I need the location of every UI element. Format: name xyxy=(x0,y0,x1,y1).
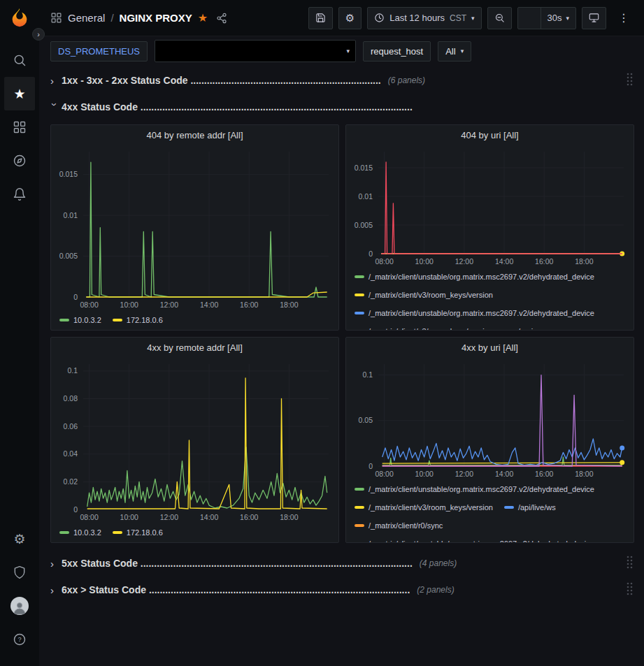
row-panel-count: (2 panels) xyxy=(417,585,454,595)
request-host-selected: All xyxy=(445,46,455,57)
svg-text:16:00: 16:00 xyxy=(535,470,553,478)
legend-swatch xyxy=(355,312,364,314)
svg-text:18:00: 18:00 xyxy=(575,470,593,478)
svg-text:0.01: 0.01 xyxy=(64,211,78,219)
refresh-button[interactable] xyxy=(518,8,541,29)
configuration-gear-icon[interactable]: ⚙ xyxy=(4,522,35,556)
starred-dashboards-icon[interactable]: ★ xyxy=(4,77,35,110)
chevron-right-icon: › xyxy=(50,584,62,596)
variable-ds-prometheus-value[interactable]: ▾ xyxy=(155,40,356,62)
svg-text:0: 0 xyxy=(368,249,373,258)
row-6xx[interactable]: › 6xx > Status Code ....................… xyxy=(50,579,634,600)
legend-item[interactable]: /_matrix/client/unstable/org.matrix.msc2… xyxy=(355,307,594,319)
legend-item[interactable]: /_matrix/client/unstable/org.matrix.msc2… xyxy=(355,537,594,542)
legend-item[interactable]: /_matrix/client/v3/room_keys/version xyxy=(355,325,493,330)
svg-text:14:00: 14:00 xyxy=(200,513,218,521)
row-1xx-3xx-2xx[interactable]: › 1xx - 3xx - 2xx Status Code ..........… xyxy=(50,70,634,91)
svg-text:12:00: 12:00 xyxy=(455,257,473,266)
panel-title[interactable]: 404 by remote addr [All] xyxy=(51,125,338,145)
kebab-icon: ⋮ xyxy=(618,13,629,24)
legend-item[interactable]: /_matrix/client/unstable/org.matrix.msc2… xyxy=(355,270,594,283)
legend-item[interactable]: /_matrix/client/v3/room_keys/version xyxy=(355,501,493,514)
favorite-star-icon[interactable]: ★ xyxy=(198,11,208,24)
row-title: 1xx - 3xx - 2xx Status Code ............… xyxy=(62,75,381,86)
tv-mode-button[interactable] xyxy=(582,7,606,29)
dashboards-icon[interactable] xyxy=(4,110,35,144)
row-drag-handle[interactable] xyxy=(626,581,634,598)
time-range-picker[interactable]: Last 12 hours CST ▾ xyxy=(367,7,481,29)
row-drag-handle[interactable] xyxy=(626,72,634,89)
legend-swatch xyxy=(355,275,364,278)
refresh-interval-dropdown[interactable]: 30s ▾ xyxy=(541,8,576,29)
top-navbar: General / NGINX PROXY ★ ⚙ Last 12 hours … xyxy=(39,0,644,36)
explore-compass-icon[interactable] xyxy=(4,144,35,178)
server-admin-shield-icon[interactable] xyxy=(4,556,35,589)
svg-text:0.015: 0.015 xyxy=(355,164,373,172)
time-range-label: Last 12 hours xyxy=(389,13,445,23)
svg-text:14:00: 14:00 xyxy=(200,301,218,309)
svg-text:08:00: 08:00 xyxy=(375,257,393,266)
legend: /_matrix/client/unstable/org.matrix.msc2… xyxy=(346,480,634,542)
row-5xx[interactable]: › 5xx Status Code ......................… xyxy=(50,553,634,574)
legend-swatch xyxy=(113,319,122,321)
chevron-down-icon: ▾ xyxy=(347,48,350,55)
chart-404-by-remote-addr[interactable]: 00.0050.010.01508:0010:0012:0014:0016:00… xyxy=(51,145,338,311)
variable-request-host-value[interactable]: All ▾ xyxy=(438,41,471,61)
legend-item[interactable]: 10.0.3.2 xyxy=(59,314,101,326)
kebab-menu-button[interactable]: ⋮ xyxy=(612,7,636,29)
avatar xyxy=(10,597,29,615)
chart-4xx-by-uri[interactable]: 00.050.108:0010:0012:0014:0016:0018:00 xyxy=(346,357,634,480)
chevron-right-icon: › xyxy=(50,558,62,570)
legend-item[interactable]: 172.18.0.6 xyxy=(113,314,163,326)
variable-request-host-label[interactable]: request_host xyxy=(363,41,431,61)
row-title: 6xx > Status Code ......................… xyxy=(62,584,410,595)
svg-text:08:00: 08:00 xyxy=(80,301,98,309)
variable-ds-prometheus-label[interactable]: DS_PROMETHEUS xyxy=(50,41,148,61)
alerting-bell-icon[interactable] xyxy=(4,178,35,211)
legend-item[interactable]: /_matrix/client/r0/sync xyxy=(355,519,443,532)
legend: 10.0.3.2172.18.0.6 xyxy=(51,311,338,330)
svg-text:0.1: 0.1 xyxy=(362,370,373,379)
legend-item[interactable]: /_matrix/client/v3/room_keys/version xyxy=(355,289,493,301)
variables-row: DS_PROMETHEUS ▾ request_host All ▾ xyxy=(39,36,644,66)
legend-item[interactable]: 10.0.3.2 xyxy=(59,526,101,539)
panel-title[interactable]: 4xx by remote addr [All] xyxy=(51,338,338,357)
apps-grid-icon xyxy=(50,12,62,24)
dashboard-settings-button[interactable]: ⚙ xyxy=(338,7,362,29)
panel-404-by-uri: 404 by uri [All] 00.0050.010.01508:0010:… xyxy=(345,124,634,331)
panel-title[interactable]: 4xx by uri [All] xyxy=(346,338,634,357)
dashboard-title[interactable]: NGINX PROXY xyxy=(120,12,192,24)
svg-text:0.005: 0.005 xyxy=(355,221,373,229)
row-drag-handle[interactable] xyxy=(626,555,634,572)
share-icon[interactable] xyxy=(216,13,227,24)
svg-text:18:00: 18:00 xyxy=(280,301,298,309)
svg-text:14:00: 14:00 xyxy=(495,257,513,266)
grafana-logo[interactable] xyxy=(9,7,30,31)
legend-item[interactable]: /_matrix/client/unstable/org.matrix.msc2… xyxy=(355,483,594,495)
refresh-icon xyxy=(524,13,534,23)
user-avatar[interactable] xyxy=(4,589,35,623)
sidebar-expand-button[interactable]: › xyxy=(32,28,45,41)
save-dashboard-button[interactable] xyxy=(308,7,333,29)
chart-404-by-uri[interactable]: 00.0050.010.01508:0010:0012:0014:0016:00… xyxy=(346,145,634,268)
svg-text:14:00: 14:00 xyxy=(495,470,513,478)
row-4xx[interactable]: › 4xx Status Code ......................… xyxy=(50,96,634,117)
legend-swatch xyxy=(113,531,122,534)
help-icon[interactable]: ? xyxy=(4,623,35,656)
legend-item[interactable]: 172.18.0.6 xyxy=(113,526,163,539)
chart-4xx-by-remote-addr[interactable]: 00.020.040.060.080.108:0010:0012:0014:00… xyxy=(51,357,338,523)
search-icon[interactable] xyxy=(4,43,35,77)
svg-text:0.04: 0.04 xyxy=(64,449,78,458)
zoom-out-button[interactable] xyxy=(487,7,512,29)
svg-text:08:00: 08:00 xyxy=(375,470,393,478)
svg-text:10:00: 10:00 xyxy=(120,301,138,309)
panel-title[interactable]: 404 by uri [All] xyxy=(346,125,634,145)
refresh-interval-label: 30s xyxy=(548,13,562,23)
row-panel-count: (4 panels) xyxy=(420,558,457,568)
breadcrumb-folder[interactable]: General xyxy=(68,12,105,24)
clock-icon xyxy=(374,13,385,23)
legend-item[interactable]: /sw.js xyxy=(504,325,537,330)
panel-404-by-remote-addr: 404 by remote addr [All] 00.0050.010.015… xyxy=(50,124,339,331)
gear-icon: ⚙ xyxy=(13,533,25,546)
legend-item[interactable]: /api/live/ws xyxy=(504,501,556,514)
